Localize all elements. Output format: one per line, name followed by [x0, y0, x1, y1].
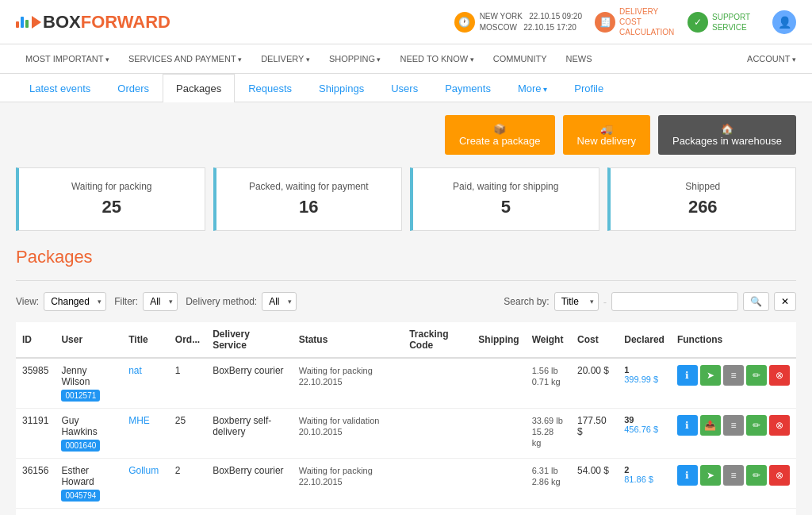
weight-text: 33.69 lb15.28 kg [532, 416, 563, 448]
cell-id: 35985 [16, 358, 55, 409]
nav-account[interactable]: ACCOUNT [747, 44, 796, 73]
declared-count: 2 [624, 465, 629, 475]
weight-text: 6.31 lb2.86 kg [532, 466, 561, 486]
tab-users[interactable]: Users [377, 74, 431, 102]
logo[interactable]: BOXFORWARD [16, 12, 170, 33]
delivery-cost-icon: 🧾 [595, 12, 615, 33]
table-row: 35985 Jenny Wilson 0012571 nat 1 BoxBerr… [16, 358, 796, 409]
title-link[interactable]: Gollum [128, 465, 159, 476]
tab-latest-events[interactable]: Latest events [16, 74, 104, 102]
action-buttons: 📦 Create a package 🚚 New delivery 🏠 Pack… [16, 115, 796, 155]
filters-row: View: Changed All Filter: All Delivery m… [16, 292, 796, 311]
title-link[interactable]: nat [128, 365, 142, 376]
cell-weight: 1.56 lb0.71 kg [526, 358, 571, 409]
declared-count: 1 [624, 365, 629, 375]
support-icon: ✓ [688, 12, 708, 33]
edit-button[interactable]: ✏ [746, 465, 767, 486]
cell-functions: ℹ ➤ ≡ ✏ ⊗ [671, 509, 796, 516]
tab-payments[interactable]: Payments [431, 74, 504, 102]
info-button[interactable]: ℹ [677, 365, 698, 386]
delivery-method-select[interactable]: All [262, 292, 297, 311]
col-delivery-service: Delivery Service [206, 322, 292, 358]
col-declared: Declared [618, 322, 671, 358]
city2-time: MOSCOW 22.10.15 17:20 [480, 22, 582, 33]
delivery-cost-label: DELIVERY COST CALCULATION [619, 6, 675, 37]
packages-warehouse-button[interactable]: 🏠 Packages in warehouse [658, 115, 796, 155]
nav-news[interactable]: NEWS [557, 44, 602, 73]
tab-more[interactable]: More [504, 74, 561, 102]
nav-shopping[interactable]: SHOPPING [320, 44, 391, 73]
cell-tracking [403, 509, 472, 516]
details-button[interactable]: ≡ [723, 415, 744, 436]
info-button[interactable]: ℹ [677, 465, 698, 486]
function-buttons: ℹ 📤 ≡ ✏ ⊗ [677, 415, 790, 436]
nav-services-payment[interactable]: SERVICES AND PAYMENT [119, 44, 251, 73]
cell-cost: 20.00 $ [571, 358, 618, 409]
cell-order: 13 [169, 509, 206, 516]
search-by-select-wrap: Title ID User [554, 292, 599, 311]
edit-button[interactable]: ✏ [746, 415, 767, 436]
content: 📦 Create a package 🚚 New delivery 🏠 Pack… [0, 102, 812, 515]
search-by-label: Search by: [504, 296, 549, 307]
declared-col: 2 81.86 $ [624, 465, 665, 484]
edit-button[interactable]: ✏ [746, 365, 767, 386]
cell-title: Kids Toy [122, 509, 169, 516]
cell-order: 2 [169, 459, 206, 509]
status-text: Waiting for packing 22.10.2015 [299, 366, 373, 386]
tab-orders[interactable]: Orders [104, 74, 163, 102]
cell-functions: ℹ 📤 ≡ ✏ ⊗ [671, 409, 796, 459]
col-user: User [55, 322, 122, 358]
cell-user: Jacob Jones [55, 509, 122, 516]
ship-button[interactable]: ➤ [700, 365, 721, 386]
declared-col: 39 456.76 $ [624, 415, 665, 434]
ship-button[interactable]: 📤 [700, 415, 721, 436]
avatar[interactable]: 👤 [772, 10, 796, 34]
tab-shippings[interactable]: Shippings [305, 74, 377, 102]
nav-most-important[interactable]: MOST IMPORTANT [16, 44, 119, 73]
logo-play-icon [32, 16, 41, 29]
user-badge: 0012571 [61, 390, 100, 402]
create-package-button[interactable]: 📦 Create a package [445, 115, 555, 155]
cell-status: Waiting for validation 20.10.2015 [293, 409, 404, 459]
nav-community[interactable]: COMMUNITY [484, 44, 557, 73]
search-input[interactable] [611, 292, 738, 311]
declared-col: 1 399.99 $ [624, 365, 665, 384]
stat-shipped-value: 266 [626, 197, 780, 217]
cell-user: Jenny Wilson 0012571 [55, 358, 122, 409]
details-button[interactable]: ≡ [723, 465, 744, 486]
tab-packages[interactable]: Packages [163, 74, 235, 102]
filter-select[interactable]: All [143, 292, 178, 311]
cell-functions: ℹ ➤ ≡ ✏ ⊗ [671, 358, 796, 409]
details-button[interactable]: ≡ [723, 365, 744, 386]
nav-need-to-know[interactable]: NEED TO KNOW [390, 44, 483, 73]
nav-delivery[interactable]: DELIVERY [251, 44, 320, 73]
col-cost: Cost [571, 322, 618, 358]
cell-cost: 185.00 $ [571, 509, 618, 516]
cell-title: MHE [122, 409, 169, 459]
user-badge: 0045794 [61, 490, 100, 502]
cell-order: 25 [169, 409, 206, 459]
delete-button[interactable]: ⊗ [769, 415, 790, 436]
tab-profile[interactable]: Profile [561, 74, 617, 102]
delete-button[interactable]: ⊗ [769, 365, 790, 386]
cell-tracking [403, 409, 472, 459]
search-separator: - [603, 296, 607, 308]
declared-price: 399.99 $ [624, 375, 658, 384]
table-row: 36156 Esther Howard 0045794 Gollum 2 Box… [16, 459, 796, 509]
search-button[interactable]: 🔍 [743, 292, 769, 311]
delivery-filter-group: Delivery method: All [186, 292, 297, 311]
info-button[interactable]: ℹ [677, 415, 698, 436]
tab-requests[interactable]: Requests [235, 74, 305, 102]
function-buttons: ℹ ➤ ≡ ✏ ⊗ [677, 465, 790, 486]
view-select[interactable]: Changed All [44, 292, 106, 311]
search-by-select[interactable]: Title ID User [554, 292, 599, 311]
ship-button[interactable]: ➤ [700, 465, 721, 486]
delete-button[interactable]: ⊗ [769, 465, 790, 486]
title-link[interactable]: MHE [128, 415, 150, 426]
warehouse-icon: 🏠 [721, 123, 733, 135]
clear-search-button[interactable]: ✕ [774, 292, 796, 311]
declared-price: 81.86 $ [624, 475, 653, 484]
support-block[interactable]: ✓ SUPPORT SERVICE [688, 12, 760, 33]
delivery-cost-block[interactable]: 🧾 DELIVERY COST CALCULATION [595, 6, 675, 37]
new-delivery-button[interactable]: 🚚 New delivery [563, 115, 650, 155]
